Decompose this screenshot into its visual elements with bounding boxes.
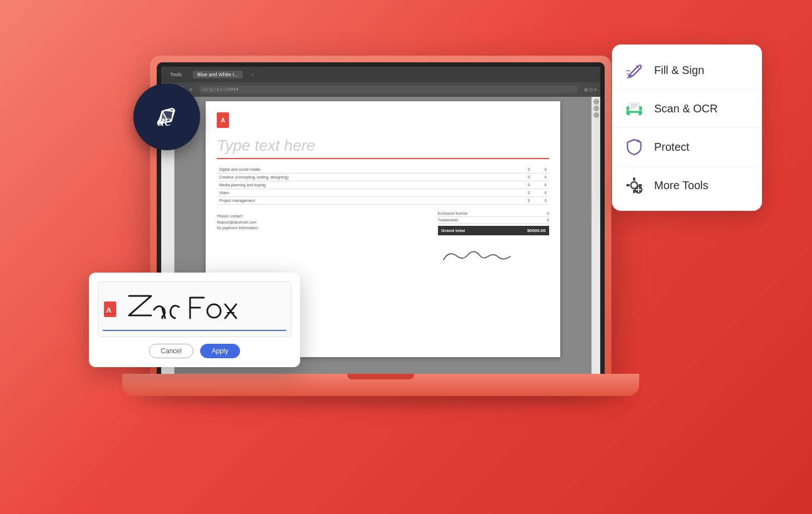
signature-dialog-buttons: Cancel Apply xyxy=(98,344,291,358)
signature-apply-button[interactable]: Apply xyxy=(200,344,240,358)
table-cell-label: Digital and social media xyxy=(217,166,516,174)
tools-dropdown-card: Fill & Sign Scan & OCR xyxy=(612,45,762,211)
table-cell-val1: 0 xyxy=(516,189,532,197)
signature-canvas-area[interactable]: A xyxy=(98,281,291,337)
table-cell-val1: 0 xyxy=(516,166,532,174)
table-cell-label: Project management xyxy=(217,197,516,205)
pdf-page-logo xyxy=(217,112,229,128)
signature-cancel-button[interactable]: Cancel xyxy=(149,344,193,358)
table-row: Digital and social media 0 0 xyxy=(217,166,549,174)
table-row: Project management 0 0 xyxy=(217,197,549,205)
address-bar-text: ◁ ▷ ◱ / 1 ▷ ◁ 71% ▾ xyxy=(202,87,238,92)
pdf-toolbar: Tools Blue and White I... × xyxy=(161,67,600,82)
table-cell-val2: 0 xyxy=(532,189,549,197)
svg-rect-11 xyxy=(626,184,630,186)
scan-ocr-icon xyxy=(623,97,645,120)
adobe-pen-icon: ae xyxy=(150,100,183,134)
pdf-right-sidebar xyxy=(591,97,600,378)
pdf-footer-contact: Please contact finance@dexinote.com for … xyxy=(217,214,258,231)
scan-ocr-svg-icon xyxy=(624,98,644,118)
protect-svg-icon xyxy=(624,137,644,157)
right-sidebar-icon-2[interactable] xyxy=(594,106,599,111)
table-cell-val2: 0 xyxy=(532,197,549,205)
protect-icon xyxy=(623,136,645,158)
pdf-address-bar: ‹ › ⟳ ◁ ▷ ◱ / 1 ▷ ◁ 71% ▾ ⊞ ⊡ ≡ xyxy=(161,82,600,97)
signature-handwriting xyxy=(98,282,276,332)
table-cell-val1: 0 xyxy=(516,174,532,181)
scan-ocr-label: Scan & OCR xyxy=(654,102,718,115)
table-cell-val1: 0 xyxy=(516,197,532,205)
laptop-notch xyxy=(347,374,414,379)
adobe-logo-circle: ae xyxy=(133,83,200,150)
table-row: Media planning and buying 0 0 xyxy=(217,181,549,189)
svg-text:ae: ae xyxy=(157,112,171,129)
fill-sign-label: Fill & Sign xyxy=(654,64,704,77)
pdf-totals-section: Exclusive license 0 Trademarks 0 Grand t… xyxy=(438,210,549,269)
svg-rect-7 xyxy=(630,113,639,116)
more-tools-svg-icon xyxy=(624,175,644,195)
table-cell-val1: 0 xyxy=(516,181,532,189)
total-value: 0 xyxy=(547,218,549,222)
fill-sign-svg-icon xyxy=(624,60,644,80)
svg-rect-2 xyxy=(629,103,639,111)
svg-rect-6 xyxy=(626,110,642,111)
signature-dialog: A Cancel Apply xyxy=(89,273,300,367)
total-label: Trademarks xyxy=(438,218,459,222)
table-cell-val2: 0 xyxy=(532,174,549,181)
right-sidebar-icon-3[interactable] xyxy=(594,112,599,118)
laptop-base xyxy=(122,374,639,396)
pdf-signature-right xyxy=(438,244,549,269)
more-tools-icon xyxy=(623,174,645,196)
pdf-grand-total: Grand total $0000.00 xyxy=(438,226,549,235)
toolbar-tab-file[interactable]: Blue and White I... xyxy=(193,71,243,78)
tool-item-scan-ocr[interactable]: Scan & OCR xyxy=(612,90,762,128)
signature-svg xyxy=(438,244,516,266)
tool-item-protect[interactable]: Protect xyxy=(612,128,762,166)
table-cell-label: Media planning and buying xyxy=(217,181,516,189)
tool-item-more-tools[interactable]: More Tools xyxy=(612,166,762,204)
total-value: 0 xyxy=(547,211,549,215)
signature-underline xyxy=(103,330,286,331)
toolbar-tab-tools[interactable]: Tools xyxy=(166,71,186,78)
right-sidebar-icon-1[interactable] xyxy=(594,99,599,105)
table-cell-label: Video xyxy=(217,189,516,197)
total-label: Exclusive license xyxy=(438,211,467,215)
pdf-placeholder-text[interactable]: Type text here xyxy=(217,137,549,159)
svg-rect-9 xyxy=(633,177,635,181)
table-cell-val2: 0 xyxy=(532,166,549,174)
table-row: Video 0 0 xyxy=(217,189,549,197)
table-cell-val2: 0 xyxy=(532,181,549,189)
protect-label: Protect xyxy=(654,141,689,154)
total-row-trademarks: Trademarks 0 xyxy=(438,217,549,224)
svg-point-19 xyxy=(207,304,221,318)
more-tools-label: More Tools xyxy=(654,179,708,192)
grand-total-value: $0000.00 xyxy=(527,228,545,233)
table-cell-label: Creative (concepting, writing, designing… xyxy=(217,174,516,181)
table-row: Creative (concepting, writing, designing… xyxy=(217,174,549,181)
pdf-table: Digital and social media 0 0 Creative (c… xyxy=(217,166,549,205)
tool-item-fill-sign[interactable]: Fill & Sign xyxy=(612,51,762,90)
fill-sign-icon xyxy=(623,59,645,81)
grand-total-label: Grand total xyxy=(441,228,465,233)
total-row-exclusive: Exclusive license 0 xyxy=(438,210,549,217)
